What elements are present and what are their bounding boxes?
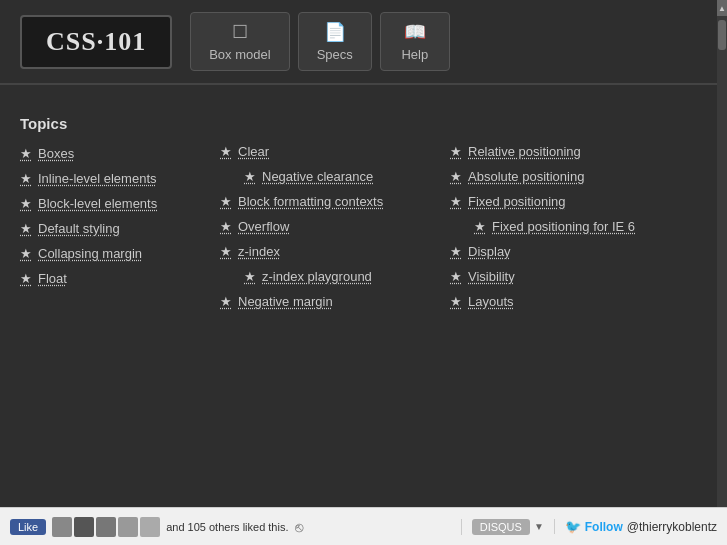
avatar [52,517,72,537]
star-icon: ★ [20,196,32,211]
tab-specs[interactable]: 📄 Specs [298,12,372,71]
topic-inline-level[interactable]: Inline-level elements [38,171,157,186]
star-icon: ★ [474,219,486,234]
avatar [118,517,138,537]
list-item: ★ Default styling [20,221,200,236]
specs-icon: 📄 [324,21,346,43]
avatar [140,517,160,537]
list-item: ★ Absolute positioning [450,169,670,184]
disqus-button[interactable]: DISQUS [472,519,530,535]
star-icon: ★ [20,246,32,261]
topic-overflow[interactable]: Overflow [238,219,289,234]
topic-float[interactable]: Float [38,271,67,286]
list-item: ★ Display [450,244,670,259]
star-icon: ★ [20,221,32,236]
star-icon: ★ [220,219,232,234]
twitter-handle: @thierrykoblentz [627,520,717,534]
share-icon: ⎋ [295,519,303,535]
list-item: ★ Inline-level elements [20,171,200,186]
topic-fixed-positioning-ie6[interactable]: Fixed positioning for IE 6 [492,219,635,234]
star-icon: ★ [220,244,232,259]
logo: CSS·101 [46,27,146,56]
star-icon: ★ [244,269,256,284]
disqus-arrow-icon: ▼ [534,521,544,532]
topic-clear[interactable]: Clear [238,144,269,159]
list-item: ★ Clear [220,144,430,159]
topic-negative-clearance[interactable]: Negative clearance [262,169,373,184]
list-item: ★ Visibility [450,269,670,284]
avatar-row [52,517,160,537]
list-item: ★ Fixed positioning for IE 6 [474,219,670,234]
topic-relative-positioning[interactable]: Relative positioning [468,144,581,159]
box-model-icon: ☐ [232,21,248,43]
star-icon: ★ [450,169,462,184]
tab-specs-label: Specs [317,47,353,62]
like-button[interactable]: Like [10,519,46,535]
middle-column: ★ Clear ★ Negative clearance ★ Block for… [220,115,450,319]
avatar [74,517,94,537]
like-count-text: and 105 others liked this. [166,521,288,533]
topic-zindex-playground[interactable]: z-index playground [262,269,372,284]
right-column: ★ Relative positioning ★ Absolute positi… [450,115,670,319]
star-icon: ★ [450,194,462,209]
topic-default-styling[interactable]: Default styling [38,221,120,236]
avatar [96,517,116,537]
list-item: ★ Negative margin [220,294,430,309]
list-item: ★ Boxes [20,146,200,161]
topic-fixed-positioning[interactable]: Fixed positioning [468,194,566,209]
main-content: Topics ★ Boxes ★ Inline-level elements ★… [0,85,727,339]
like-section: Like and 105 others liked this. ⎋ [10,517,451,537]
help-icon: 📖 [404,21,426,43]
disqus-section: DISQUS ▼ [461,519,544,535]
star-icon: ★ [450,294,462,309]
list-item: ★ z-index [220,244,430,259]
topic-absolute-positioning[interactable]: Absolute positioning [468,169,584,184]
topic-boxes[interactable]: Boxes [38,146,74,161]
twitter-icon: 🐦 [565,519,581,534]
list-item: ★ Block formatting contexts [220,194,430,209]
scrollbar[interactable]: ▲ [717,0,727,545]
list-item: ★ Block-level elements [20,196,200,211]
list-item: ★ Float [20,271,200,286]
list-item: ★ Negative clearance [244,169,430,184]
list-item: ★ z-index playground [244,269,430,284]
topic-zindex[interactable]: z-index [238,244,280,259]
follow-label: Follow [585,520,623,534]
list-item: ★ Relative positioning [450,144,670,159]
star-icon: ★ [220,144,232,159]
tab-help-label: Help [401,47,428,62]
list-item: ★ Collapsing margin [20,246,200,261]
footer-bar: Like and 105 others liked this. ⎋ DISQUS… [0,507,727,545]
topic-block-level[interactable]: Block-level elements [38,196,157,211]
left-column: Topics ★ Boxes ★ Inline-level elements ★… [20,115,220,319]
topic-block-formatting[interactable]: Block formatting contexts [238,194,383,209]
header: CSS·101 ☐ Box model 📄 Specs 📖 Help [0,0,727,84]
follow-section[interactable]: 🐦 Follow @thierrykoblentz [554,519,717,534]
star-icon: ★ [20,171,32,186]
tab-help[interactable]: 📖 Help [380,12,450,71]
tab-box-model[interactable]: ☐ Box model [190,12,289,71]
topic-layouts[interactable]: Layouts [468,294,514,309]
list-item: ★ Layouts [450,294,670,309]
topic-negative-margin[interactable]: Negative margin [238,294,333,309]
topic-display[interactable]: Display [468,244,511,259]
star-icon: ★ [20,146,32,161]
tab-box-model-label: Box model [209,47,270,62]
topics-heading: Topics [20,115,200,132]
scroll-up-button[interactable]: ▲ [717,0,727,16]
star-icon: ★ [450,269,462,284]
topic-collapsing-margin[interactable]: Collapsing margin [38,246,142,261]
star-icon: ★ [20,271,32,286]
star-icon: ★ [450,244,462,259]
star-icon: ★ [244,169,256,184]
scroll-thumb[interactable] [718,20,726,50]
topic-visibility[interactable]: Visibility [468,269,515,284]
logo-box: CSS·101 [20,15,172,69]
list-item: ★ Fixed positioning [450,194,670,209]
star-icon: ★ [450,144,462,159]
star-icon: ★ [220,294,232,309]
list-item: ★ Overflow [220,219,430,234]
star-icon: ★ [220,194,232,209]
